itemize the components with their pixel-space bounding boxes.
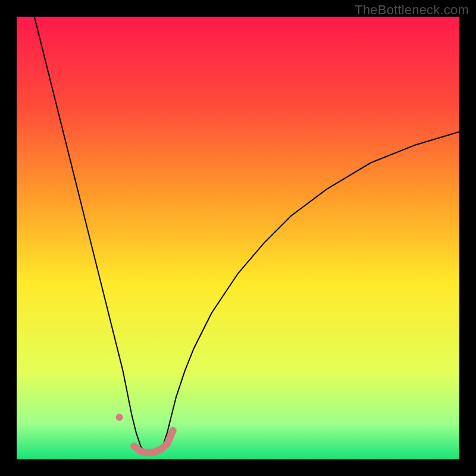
chart-plot-area xyxy=(17,17,459,459)
watermark-text: TheBottleneck.com xyxy=(355,2,469,18)
marker-dot xyxy=(116,414,123,421)
chart-background xyxy=(17,17,459,459)
chart-svg xyxy=(17,17,459,459)
chart-frame: TheBottleneck.com xyxy=(0,0,476,476)
